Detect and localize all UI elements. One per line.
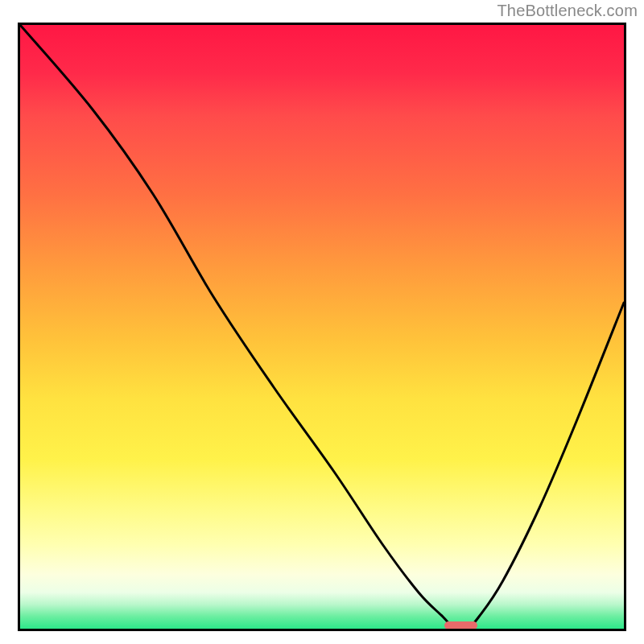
plot-area (18, 23, 626, 631)
bottleneck-curve (20, 25, 624, 629)
optimal-point-marker (444, 621, 477, 630)
chart-container: TheBottleneck.com (0, 0, 644, 644)
watermark-text: TheBottleneck.com (497, 2, 638, 20)
